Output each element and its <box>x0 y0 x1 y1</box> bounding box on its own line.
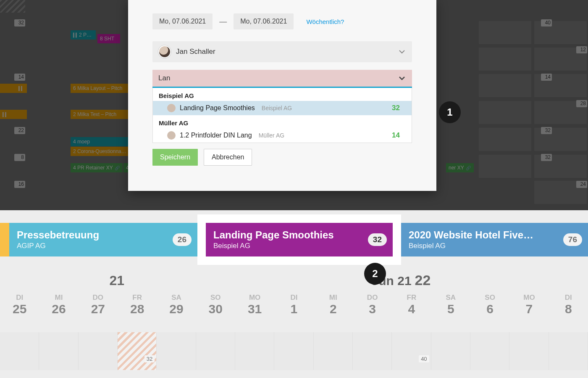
project-sub: AGIP AG <box>17 242 190 250</box>
booking-modal: Mo, 07.06.2021 — Mo, 07.06.2021 Wöchentl… <box>128 0 436 191</box>
project-timeline-area: Pressebetreuung AGIP AG 26 2020 Website … <box>0 210 588 378</box>
day-cell[interactable]: FR4 <box>392 293 431 316</box>
dropdown-item-sub: Müller AG <box>259 132 284 139</box>
project-title: 2020 Website Hotel Five… <box>409 229 580 241</box>
project-sub: Beispiel AG <box>213 242 385 250</box>
dropdown-item-num: 14 <box>392 131 400 140</box>
day-num: 29 <box>157 302 196 316</box>
avatar <box>158 45 171 58</box>
dropdown-item[interactable]: 1.2 Printfolder DIN Lang Müller AG 14 <box>153 128 412 143</box>
day-abbr: DI <box>549 293 588 302</box>
day-abbr: MO <box>235 293 274 302</box>
project-card[interactable]: Landing Page Smoothies Beispiel AG 32 <box>206 223 393 256</box>
calendar-timeline: 21 Jun 2122 DI25MI26DO27FR28SA29SO30MO31… <box>0 269 588 328</box>
day-num: 7 <box>509 302 549 316</box>
day-abbr: DO <box>79 293 118 302</box>
dropdown-item-title: Landing Page Smoothies <box>180 104 255 112</box>
day-abbr: SO <box>196 293 235 302</box>
dropdown-item[interactable]: Landing Page Smoothies Beispiel AG 32 <box>153 101 412 115</box>
day-cell[interactable]: MO31 <box>235 293 274 316</box>
hatched-cell: 32 <box>118 332 157 370</box>
day-cell[interactable]: MO7 <box>509 293 549 316</box>
project-dropdown: Beispiel AG Landing Page Smoothies Beisp… <box>152 88 412 143</box>
project-edge <box>0 223 9 256</box>
day-abbr: FR <box>392 293 431 302</box>
project-sub: Beispiel AG <box>409 242 580 250</box>
day-num: 31 <box>235 302 274 316</box>
day-abbr: DI <box>0 293 39 302</box>
day-cell[interactable]: SO30 <box>196 293 235 316</box>
day-abbr: SA <box>431 293 470 302</box>
day-num: 26 <box>39 302 78 316</box>
day-num: 28 <box>118 302 157 316</box>
date-to[interactable]: Mo, 07.06.2021 <box>234 13 294 29</box>
day-cell[interactable]: DI25 <box>0 293 39 316</box>
person-select[interactable]: Jan Schaller <box>152 41 412 62</box>
day-abbr: SA <box>157 293 196 302</box>
dropdown-item-title: 1.2 Printfolder DIN Lang <box>180 132 252 139</box>
project-icon <box>167 104 176 112</box>
day-abbr: MI <box>314 293 353 302</box>
day-cell[interactable]: SO6 <box>470 293 509 316</box>
dropdown-group: Müller AG <box>153 115 412 128</box>
week-number: 21 <box>55 273 179 288</box>
day-abbr: FR <box>118 293 157 302</box>
day-num: 6 <box>470 302 509 316</box>
chevron-down-icon <box>399 75 405 82</box>
day-cell[interactable]: DO3 <box>353 293 392 316</box>
cancel-button[interactable]: Abbrechen <box>204 149 252 166</box>
project-badge: 32 <box>368 233 387 246</box>
project-badge: 26 <box>173 233 192 246</box>
mini-strip: 32 40 <box>0 332 588 370</box>
annotation-marker-1: 1 <box>439 101 461 123</box>
mini-badge: 32 <box>144 355 155 362</box>
day-num: 8 <box>549 302 588 316</box>
dropdown-group: Beispiel AG <box>153 88 412 101</box>
person-name: Jan Schaller <box>176 48 215 56</box>
day-num: 1 <box>274 302 313 316</box>
day-cell[interactable]: MI26 <box>39 293 78 316</box>
day-abbr: DO <box>353 293 392 302</box>
save-button[interactable]: Speichern <box>152 149 198 166</box>
day-abbr: DI <box>274 293 313 302</box>
day-abbr: MO <box>509 293 549 302</box>
project-badge: 76 <box>563 233 582 246</box>
project-search-input[interactable] <box>158 74 381 82</box>
day-cell[interactable]: SA5 <box>431 293 470 316</box>
day-num: 5 <box>431 302 470 316</box>
week-number-current: Jun 2122 <box>339 272 464 288</box>
day-num: 30 <box>196 302 235 316</box>
project-icon <box>167 131 176 140</box>
top-darkened-calendar: 32 14 22 8 16 40 12 14 28 32 32 24 2 Pre… <box>0 0 588 210</box>
mini-badge: 40 <box>419 355 429 362</box>
day-num: 2 <box>314 302 353 316</box>
project-search[interactable] <box>152 70 412 88</box>
chevron-down-icon <box>399 48 405 55</box>
date-from[interactable]: Mo, 07.06.2021 <box>152 13 213 29</box>
day-cell[interactable]: SA29 <box>157 293 196 316</box>
project-title: Pressebetreuung <box>17 229 190 241</box>
highlighted-project: Landing Page Smoothies Beispiel AG 32 <box>197 214 401 265</box>
day-num: 27 <box>79 302 118 316</box>
day-num: 3 <box>353 302 392 316</box>
project-card[interactable]: Pressebetreuung AGIP AG 26 <box>9 223 197 256</box>
day-cell[interactable]: DO27 <box>79 293 118 316</box>
weekly-link[interactable]: Wöchentlich? <box>306 18 344 25</box>
day-num: 25 <box>0 302 39 316</box>
date-dash: — <box>219 17 227 26</box>
project-card[interactable]: 2020 Website Hotel Five… Beispiel AG 76 <box>401 223 588 256</box>
day-cell[interactable]: MI2 <box>314 293 353 316</box>
annotation-marker-2: 2 <box>364 263 386 285</box>
day-cell[interactable]: DI8 <box>549 293 588 316</box>
dropdown-item-sub: Beispiel AG <box>262 105 292 111</box>
day-num: 4 <box>392 302 431 316</box>
project-title: Landing Page Smoothies <box>213 229 385 241</box>
day-cell[interactable]: DI1 <box>274 293 313 316</box>
day-abbr: MI <box>39 293 78 302</box>
dropdown-item-num: 32 <box>392 104 400 112</box>
day-cell[interactable]: FR28 <box>118 293 157 316</box>
day-abbr: SO <box>470 293 509 302</box>
